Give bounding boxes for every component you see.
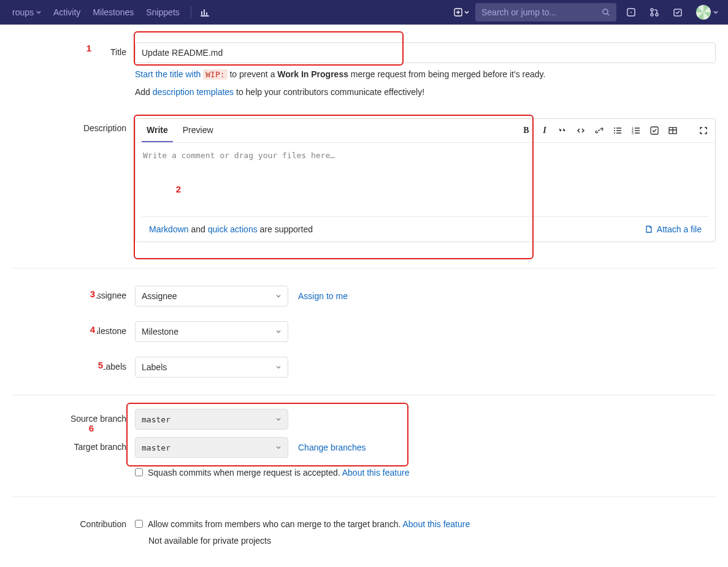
link-icon[interactable]	[595, 126, 605, 135]
numbered-list-icon[interactable]: 123	[632, 126, 642, 135]
change-branches-link[interactable]: Change branches	[298, 443, 366, 452]
marker-4: 4	[87, 324, 98, 335]
source-branch-label: Source branch	[12, 409, 135, 424]
svg-point-6	[656, 13, 658, 16]
new-dropdown[interactable]	[453, 7, 469, 17]
wip-hint-start[interactable]: Start the title with	[135, 69, 203, 79]
chevron-down-icon	[36, 10, 41, 15]
title-hint-1: Start the title with WIP: to prevent a W…	[135, 68, 716, 81]
chevron-down-icon	[275, 416, 282, 422]
title-input[interactable]	[135, 42, 716, 63]
marker-6: 6	[86, 422, 97, 433]
markdown-link[interactable]: Markdown	[149, 224, 189, 234]
bold-icon[interactable]: B	[521, 126, 531, 135]
tab-preview[interactable]: Preview	[178, 119, 218, 142]
description-templates-link[interactable]: description templates	[153, 87, 234, 97]
attach-file-button[interactable]: Attach a file	[645, 224, 702, 234]
bullet-list-icon[interactable]	[613, 126, 623, 135]
svg-point-4	[651, 9, 653, 11]
description-placeholder: Write a comment or drag your files here…	[143, 151, 335, 160]
source-branch-dropdown[interactable]: master	[135, 409, 288, 430]
svg-point-1	[603, 9, 608, 14]
allow-commits-checkbox[interactable]	[135, 520, 143, 528]
description-textarea[interactable]: Write a comment or drag your files here…	[136, 143, 715, 216]
labels-label: Labels	[12, 357, 135, 371]
chevron-down-icon	[713, 10, 718, 15]
allow-commits-row[interactable]: Allow commits from members who can merge…	[135, 518, 716, 531]
avatar-icon	[696, 5, 711, 20]
svg-point-5	[651, 13, 653, 16]
search-input[interactable]	[481, 7, 602, 17]
italic-icon[interactable]: I	[540, 126, 550, 135]
nav-milestones[interactable]: Milestones	[86, 7, 140, 17]
svg-point-8	[614, 127, 615, 129]
target-branch-label: Target branch	[12, 437, 135, 452]
todos-icon[interactable]	[669, 7, 686, 17]
wip-code: WIP:	[203, 69, 227, 80]
analytics-icon[interactable]	[196, 7, 213, 17]
squash-label: Squash commits when merge request is acc…	[148, 466, 409, 479]
chevron-down-icon	[275, 329, 282, 335]
task-list-icon[interactable]	[650, 126, 660, 135]
labels-dropdown[interactable]: Labels	[135, 357, 288, 378]
search-box[interactable]	[475, 3, 616, 21]
assignee-dropdown[interactable]: Assignee	[135, 286, 288, 306]
title-label: Title	[12, 42, 135, 57]
milestone-dropdown[interactable]: Milestone	[135, 321, 288, 342]
title-hint-2: Add description templates to help your c…	[135, 86, 716, 99]
fullscreen-icon[interactable]	[699, 126, 709, 135]
nav-groups-label: roups	[12, 7, 34, 17]
issues-icon[interactable]	[623, 7, 640, 17]
assignee-label: Assignee	[12, 286, 135, 300]
chevron-down-icon	[275, 293, 282, 299]
chevron-down-icon	[464, 10, 469, 15]
squash-about-link[interactable]: About this feature	[342, 468, 410, 478]
marker-5: 5	[95, 359, 106, 370]
allow-commits-label: Allow commits from members who can merge…	[148, 518, 470, 531]
contribution-about-link[interactable]: About this feature	[403, 519, 470, 529]
tab-write[interactable]: Write	[142, 119, 173, 142]
svg-point-3	[630, 12, 632, 13]
user-menu[interactable]	[692, 5, 722, 20]
nav-divider	[191, 6, 191, 18]
markdown-support-text: Markdown and quick actions are supported	[149, 224, 313, 234]
quote-icon[interactable]	[558, 126, 568, 135]
merge-request-icon[interactable]	[646, 7, 663, 17]
squash-checkbox-row[interactable]: Squash commits when merge request is acc…	[135, 466, 716, 479]
svg-text:3: 3	[632, 131, 634, 135]
milestone-label: Milestone	[12, 321, 135, 336]
svg-point-9	[614, 130, 615, 131]
search-icon	[602, 8, 610, 17]
attach-icon	[645, 225, 653, 234]
nav-groups[interactable]: roups	[6, 7, 47, 17]
marker-1: 1	[83, 42, 94, 53]
marker-2: 2	[173, 183, 184, 194]
table-icon[interactable]	[669, 126, 678, 135]
target-branch-dropdown[interactable]: master	[135, 437, 288, 458]
description-editor: Write Preview B I 123	[135, 118, 716, 242]
chevron-down-icon	[275, 444, 282, 451]
plus-icon	[453, 7, 463, 17]
svg-point-10	[614, 132, 615, 134]
assign-to-me-link[interactable]: Assign to me	[298, 291, 348, 301]
nav-snippets[interactable]: Snippets	[140, 7, 185, 17]
quick-actions-link[interactable]: quick actions	[208, 224, 258, 234]
not-available-text: Not available for private projects	[148, 536, 716, 546]
marker-3: 3	[87, 288, 98, 299]
squash-checkbox[interactable]	[135, 468, 143, 476]
nav-activity[interactable]: Activity	[47, 7, 86, 17]
chevron-down-icon	[275, 364, 282, 370]
code-icon[interactable]	[577, 126, 586, 135]
top-navigation: roups Activity Milestones Snippets	[0, 0, 728, 25]
description-label: Description	[12, 118, 135, 133]
contribution-label: Contribution	[12, 514, 135, 529]
